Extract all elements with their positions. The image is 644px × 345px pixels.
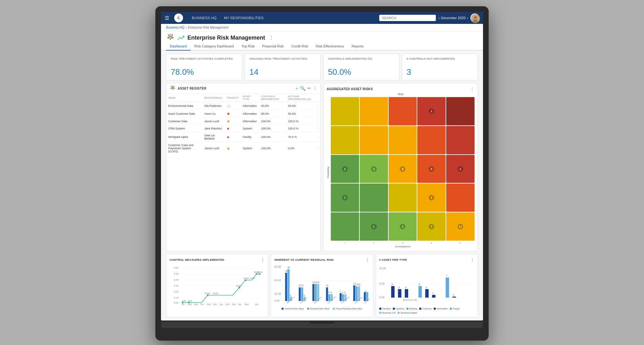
svg-text:12: 12: [326, 284, 329, 287]
add-icon[interactable]: +: [296, 86, 298, 91]
svg-rect-122: [418, 286, 422, 298]
col-controls: CONTROLS IMPLEMENTED: [259, 94, 286, 102]
cell-priority: ⚠: [225, 102, 241, 110]
control-measures-title: CONTROL MEASURES IMPLEMENTED ⋮: [169, 257, 265, 262]
cell-row-menu[interactable]: ⋮: [314, 118, 320, 125]
control-measures-more[interactable]: ⋮: [260, 257, 265, 262]
kpi-label-0: RISK TREATMENT ACTIVITIES COMPLETED: [171, 57, 237, 65]
next-month-button[interactable]: ›: [467, 16, 468, 20]
legend-building: Building: [406, 308, 417, 310]
prev-month-button[interactable]: ‹: [438, 16, 440, 20]
user-avatar[interactable]: [470, 14, 479, 22]
cell-name: Windpark Alpha: [166, 132, 203, 142]
hamburger-icon[interactable]: ☰: [165, 15, 169, 21]
svg-text:4: 4: [391, 283, 393, 286]
tab-dashboard[interactable]: Dashboard: [166, 42, 191, 51]
svg-text:Different H...: Different H...: [286, 295, 296, 304]
kpi-label-3: # CONTROLS NOT IMPLEMENTED: [407, 57, 473, 65]
legend-information: Information: [434, 308, 448, 310]
svg-text:3: 3: [405, 286, 406, 289]
table-row: Customer Case and Payments System (CCPS)…: [166, 142, 320, 155]
risk-cell: 8: [389, 155, 417, 183]
svg-rect-101: [364, 292, 366, 301]
legend-systems: Systems: [393, 308, 404, 310]
svg-text:7: 7: [340, 290, 341, 293]
cell-actions: 100.0 %: [286, 125, 314, 132]
tab-credit-risk[interactable]: Credit Risk: [287, 42, 312, 51]
nav-links: BUSINESS HQ MY RESPONSIBILITIES: [188, 12, 267, 24]
cell-row-menu[interactable]: ⋮: [314, 125, 320, 132]
svg-point-7: [169, 36, 171, 37]
tab-risk-category[interactable]: Risk Category Dashboard: [191, 42, 238, 51]
cell-priority: ◆: [225, 110, 241, 118]
svg-point-13: [174, 88, 175, 89]
more-icon[interactable]: ⋮: [313, 86, 317, 91]
middle-row: ASSET REGISTER + 🔍 ✏ ⋮ NAME RESPONS: [166, 83, 478, 251]
svg-text:6: 6: [329, 291, 330, 293]
svg-point-4: [473, 19, 478, 23]
aggregated-more-icon[interactable]: ⋮: [470, 86, 475, 91]
svg-rect-116: [391, 286, 395, 298]
cell-priority: ◆: [225, 118, 241, 125]
breadcrumb-current: Enterprise Risk Management: [188, 26, 229, 29]
current-date: December 2020: [441, 16, 465, 20]
nav-link-business-hq[interactable]: BUSINESS HQ: [188, 12, 220, 24]
tab-risk-effectiveness[interactable]: Risk Effectiveness: [312, 42, 348, 51]
svg-text:0.60: 0.60: [174, 266, 179, 269]
svg-text:Jul: Jul: [182, 303, 185, 305]
svg-text:Mar: Mar: [232, 303, 236, 305]
aggregated-header: AGGREGATED ASSET RISKS ⋮: [327, 86, 475, 93]
legend-customer: Customer: [419, 308, 432, 310]
svg-point-6: [167, 37, 169, 38]
cell-actions: 100.0 %: [286, 118, 314, 125]
page-options-icon[interactable]: ⋮: [269, 35, 274, 41]
nav-link-responsibilities[interactable]: MY RESPONSIBILITIES: [220, 12, 268, 24]
kpi-value-0: 78.0%: [171, 67, 237, 77]
search-input[interactable]: [379, 15, 436, 21]
risk-cell: 2: [331, 155, 359, 183]
svg-text:13: 13: [356, 283, 358, 286]
x-label-4: 4: [417, 242, 446, 244]
asset-per-type-card: # ASSET PER TYPE ⋮ 10.00 5.00 0.00: [376, 254, 478, 317]
svg-text:Aug: Aug: [188, 303, 192, 305]
cell-actions: 70.0 %: [286, 132, 314, 142]
svg-text:May: May: [245, 303, 249, 305]
svg-text:4: 4: [303, 294, 305, 296]
risk-cell: [446, 97, 475, 125]
risk-cell: 1: [417, 97, 446, 125]
risk-cell: [389, 126, 417, 154]
svg-text:Feb: Feb: [226, 303, 230, 305]
cell-row-menu[interactable]: ⋮: [314, 132, 320, 142]
edit-icon[interactable]: ✏: [307, 86, 311, 91]
inherent-more[interactable]: ⋮: [365, 257, 369, 262]
svg-text:15: 15: [315, 281, 317, 283]
cell-actions: 55.0%: [286, 102, 314, 110]
cell-asset-type: Information: [241, 118, 259, 125]
tab-reports[interactable]: Reports: [348, 42, 368, 51]
svg-text:0.20: 0.20: [174, 290, 179, 293]
svg-text:0.0%: 0.0%: [182, 300, 186, 302]
cell-row-menu[interactable]: ⋮: [314, 110, 320, 118]
svg-rect-64: [285, 273, 287, 301]
svg-point-32: [245, 279, 246, 281]
cell-row-menu[interactable]: ⋮: [314, 102, 320, 110]
search-icon[interactable]: 🔍: [300, 86, 305, 91]
svg-text:3: 3: [398, 286, 399, 289]
kpi-risk-treatment-completed: RISK TREATMENT ACTIVITIES COMPLETED 78.0…: [166, 54, 242, 80]
x-label-2: 2: [359, 242, 388, 244]
breadcrumb-parent[interactable]: Business HQ: [166, 26, 184, 29]
svg-text:5.00: 5.00: [379, 282, 385, 285]
tab-financial-risk[interactable]: Financial Risk: [258, 42, 287, 51]
asset-register-title: ASSET REGISTER: [178, 87, 206, 90]
cell-actions: 0.0%: [286, 142, 314, 155]
inherent-residual-card: INHERENT VS CURRENT RESIDUAL RISK ⋮ 30.0…: [271, 254, 373, 317]
legend-people: People: [450, 308, 460, 310]
cell-row-menu[interactable]: ⋮: [314, 142, 320, 155]
asset-per-type-more[interactable]: ⋮: [470, 257, 475, 262]
cell-name: CRM System: [166, 125, 203, 132]
risk-cell: 5: [417, 155, 446, 183]
legend-business-region: Business Region: [397, 312, 417, 314]
tab-top-risk[interactable]: Top Risk: [238, 42, 258, 51]
svg-text:12.5%: 12.5%: [213, 293, 219, 294]
svg-text:8: 8: [365, 290, 367, 293]
